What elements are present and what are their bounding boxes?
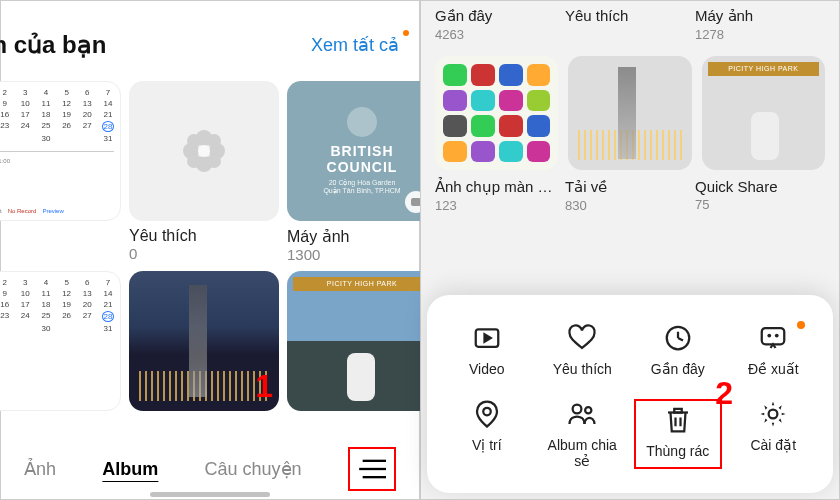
album-grid: 1234567 891011121314 15161718192021 2223… — [0, 69, 419, 411]
label: Yêu thích — [565, 7, 695, 24]
svg-point-21 — [573, 405, 582, 414]
svg-line-16 — [678, 338, 683, 341]
label-screenshots: Ảnh chụp màn … 123 — [435, 178, 565, 213]
album-count: 0 — [129, 245, 279, 262]
svg-point-7 — [207, 154, 221, 168]
album-label: Yêu thích — [129, 227, 279, 245]
svg-point-8 — [198, 145, 210, 157]
flower-icon — [129, 81, 279, 221]
menu-icon — [358, 458, 386, 480]
album-tile-camera[interactable]: BRITISH COUNCIL 20 Cộng Hòa Garden Quận … — [287, 81, 437, 263]
count: 1278 — [695, 27, 825, 42]
screen-albums: um của bạn Xem tất cả 1234567 8910111213… — [0, 0, 420, 500]
svg-point-6 — [187, 154, 201, 168]
video-icon — [472, 323, 502, 353]
bottom-nav: Ảnh Album Câu chuyện — [1, 439, 419, 499]
sheet-item-shared-album[interactable]: Album chia sẻ — [538, 399, 626, 469]
trash-icon — [663, 405, 693, 435]
suggest-icon — [758, 323, 788, 353]
calendar-thumb: 1234567 891011121314 15161718192021 2223… — [0, 81, 121, 221]
pin-icon User — [472, 399, 502, 429]
top-row: Gần đây 4263 Yêu thích Máy ảnh 1278 — [421, 1, 839, 48]
screen-menu-sheet: Gần đây 4263 Yêu thích Máy ảnh 1278 PICI… — [420, 0, 840, 500]
album-label: Máy ảnh — [287, 227, 437, 246]
label: Gần đây — [435, 7, 565, 25]
top-favorites[interactable]: Yêu thích — [565, 7, 695, 42]
nav-photos[interactable]: Ảnh — [24, 458, 56, 480]
nav-stories[interactable]: Câu chuyện — [205, 458, 302, 480]
camera-thumb: BRITISH COUNCIL 20 Cộng Hòa Garden Quận … — [287, 81, 437, 221]
sheet-item-suggest[interactable]: Đề xuất — [729, 323, 817, 377]
home-indicator[interactable] — [150, 492, 270, 497]
album-tile-favorites[interactable]: Yêu thích 0 — [129, 81, 279, 263]
sheet-row-2: Vị trí Album chia sẻ Thùng rác Cài đặt — [439, 399, 821, 469]
album-tile[interactable]: PICITY HIGH PARK — [287, 271, 437, 411]
thumb-row: PICITY HIGH PARK — [421, 48, 839, 178]
page-title: um của bạn — [0, 31, 106, 59]
label-downloads: Tải về 830 — [565, 178, 695, 213]
sheet-row-1: Video Yêu thích Gần đây Đề xuất — [439, 323, 821, 377]
sheet-item-trash[interactable]: Thùng rác — [634, 399, 722, 469]
top-recent[interactable]: Gần đây 4263 — [435, 7, 565, 42]
album-tile[interactable]: 1234567 891011121314 15161718192021 2223… — [0, 271, 121, 411]
park-thumb: PICITY HIGH PARK — [287, 271, 437, 411]
svg-point-4 — [187, 134, 201, 148]
label-quickshare: Quick Share 75 — [695, 178, 825, 213]
top-camera[interactable]: Máy ảnh 1278 — [695, 7, 825, 42]
sheet-item-settings[interactable]: Cài đặt — [729, 399, 817, 469]
annotation-1: 1 — [255, 368, 273, 405]
british-title: BRITISH COUNCIL — [295, 143, 429, 175]
people-icon — [567, 399, 597, 429]
count: 4263 — [435, 27, 565, 42]
clock-icon — [663, 323, 693, 353]
heart-icon — [567, 323, 597, 353]
svg-marker-13 — [484, 334, 490, 342]
sheet-item-video[interactable]: Video — [443, 323, 531, 377]
screenshots-thumb[interactable] — [435, 56, 558, 170]
thumb-labels: Ảnh chụp màn … 123 Tải về 830 Quick Shar… — [421, 178, 839, 219]
park-sign-text: PICITY HIGH PARK — [708, 62, 819, 76]
view-all-link[interactable]: Xem tất cả — [311, 34, 399, 56]
sheet-item-recent[interactable]: Gần đây — [634, 323, 722, 377]
british-sub: 20 Cộng Hòa Garden Quận Tân Bình, TP.HCM — [323, 179, 400, 195]
album-tile-recent[interactable]: 1234567 891011121314 15161718192021 2223… — [0, 81, 121, 263]
svg-rect-17 — [762, 328, 785, 344]
quickshare-thumb[interactable]: PICITY HIGH PARK — [702, 56, 825, 170]
park-sign-text: PICITY HIGH PARK — [293, 277, 431, 291]
calendar-thumb: 1234567 891011121314 15161718192021 2223… — [0, 271, 121, 411]
nav-album[interactable]: Album — [102, 459, 158, 480]
sheet-item-favorites[interactable]: Yêu thích — [538, 323, 626, 377]
album-label: đây — [0, 227, 121, 245]
svg-point-22 — [585, 407, 591, 413]
downloads-thumb[interactable] — [568, 56, 691, 170]
bottom-sheet: 2 Video Yêu thích Gần đây Đề xuất Vị — [427, 295, 833, 493]
menu-button[interactable] — [348, 447, 396, 491]
album-count: 1300 — [287, 246, 437, 263]
gear-icon — [758, 399, 788, 429]
header: um của bạn Xem tất cả — [1, 1, 419, 69]
sheet-item-location[interactable]: Vị trí — [443, 399, 531, 469]
svg-point-5 — [207, 134, 221, 148]
svg-point-20 — [483, 408, 491, 416]
label: Máy ảnh — [695, 7, 825, 25]
svg-point-25 — [769, 410, 778, 419]
album-tile[interactable]: 1 — [129, 271, 279, 411]
